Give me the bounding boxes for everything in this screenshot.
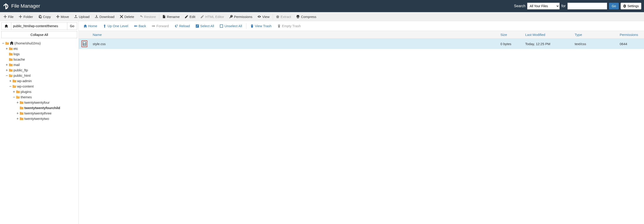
pencil-icon <box>185 15 188 18</box>
ct-home-button[interactable]: Home <box>81 22 100 30</box>
tree-node-logs[interactable]: +logs <box>2 51 77 57</box>
col-modified[interactable]: Last Modified <box>522 31 572 39</box>
check-icon <box>196 24 199 28</box>
tree-node-public-ftp[interactable]: +public_ftp <box>2 67 77 73</box>
x-icon <box>120 15 123 18</box>
file-highlight-box <box>82 40 87 47</box>
search-input[interactable] <box>568 3 607 9</box>
app-header: File Manager Search All Your Files for G… <box>0 0 644 12</box>
ct-view-trash-button[interactable]: View Trash <box>248 22 274 30</box>
search-label: Search <box>514 4 526 8</box>
settings-button[interactable]: Settings <box>620 3 641 9</box>
folder-icon <box>9 63 12 66</box>
arrow-right-icon <box>152 24 155 28</box>
edit-button[interactable]: Edit <box>182 12 198 21</box>
tree-node-root[interactable]: −(/home/shu02ms) <box>2 40 77 46</box>
app-title: File Manager <box>11 3 40 9</box>
extract-button[interactable]: Extract <box>274 12 294 21</box>
file-name: style.css <box>93 42 106 46</box>
tree-node-plugins[interactable]: +plugins <box>2 89 77 94</box>
key-icon <box>230 15 233 18</box>
trash-icon <box>278 24 280 28</box>
ct-empty-trash-button[interactable]: Empty Trash <box>275 22 304 30</box>
folder-icon <box>20 106 24 109</box>
view-button[interactable]: View <box>255 12 272 21</box>
folder-open-icon <box>6 41 9 45</box>
home-icon <box>10 41 14 45</box>
sidebar-home-button[interactable] <box>1 22 11 30</box>
download-icon <box>95 15 98 18</box>
folder-icon <box>20 112 24 115</box>
search-scope-select[interactable]: All Your Files <box>527 3 560 9</box>
home-icon <box>84 24 87 28</box>
compress-button[interactable]: Compress <box>294 12 319 21</box>
tree-node-mail[interactable]: +mail <box>2 62 77 67</box>
path-go-button[interactable]: Go <box>67 22 77 30</box>
restore-button[interactable]: Restore <box>137 12 159 21</box>
col-name[interactable]: Name <box>90 31 498 39</box>
tree-node-lscache[interactable]: +lscache <box>2 57 77 62</box>
file-icon <box>162 15 166 18</box>
tree-node-wp-admin[interactable]: +wp-admin <box>2 78 77 84</box>
delete-button[interactable]: Delete <box>117 12 137 21</box>
ct-up-button[interactable]: Up One Level <box>100 22 131 30</box>
path-input[interactable] <box>11 22 67 30</box>
undo-icon <box>140 15 143 18</box>
arrow-up-icon <box>103 24 106 28</box>
ct-forward-button[interactable]: Forward <box>149 22 172 30</box>
folder-open-icon <box>16 95 20 99</box>
html-editor-button[interactable]: HTML Editor <box>198 12 227 21</box>
copy-icon <box>38 15 42 18</box>
table-row[interactable]: style.css 0 bytes Today, 12:25 PM text/c… <box>79 39 644 49</box>
content-toolbar-separator <box>246 23 246 29</box>
folder-icon <box>9 58 12 61</box>
move-button[interactable]: Move <box>54 12 72 21</box>
tree-node-twentytwentythree[interactable]: +twentytwentythree <box>2 111 77 116</box>
collapse-all-button[interactable]: Collapse All <box>1 31 77 38</box>
folder-icon <box>20 117 24 120</box>
eye-icon <box>258 15 261 18</box>
permissions-button[interactable]: Permissions <box>227 12 255 21</box>
main-toolbar: File Folder Copy Move Upload Download De… <box>0 12 644 21</box>
col-permissions[interactable]: Permissions <box>617 31 644 39</box>
ct-unselect-all-button[interactable]: Unselect All <box>217 22 244 30</box>
file-type: text/css <box>572 39 617 49</box>
content-toolbar: Home Up One Level Back Forward Reload Se… <box>79 21 644 31</box>
plus-icon <box>4 15 7 18</box>
reload-icon <box>174 24 178 28</box>
file-permissions: 0644 <box>617 39 644 49</box>
ct-back-button[interactable]: Back <box>132 22 149 30</box>
download-button[interactable]: Download <box>92 12 117 21</box>
folder-icon <box>16 90 20 93</box>
ct-select-all-button[interactable]: Select All <box>193 22 217 30</box>
search-for-label: for <box>562 4 566 8</box>
folder-icon <box>9 47 12 50</box>
pencil-icon <box>201 15 204 18</box>
content-panel: Home Up One Level Back Forward Reload Se… <box>79 21 644 224</box>
tree-node-public-html[interactable]: −public_html <box>2 73 77 78</box>
ct-reload-button[interactable]: Reload <box>172 22 192 30</box>
folder-icon <box>20 101 24 104</box>
folder-tree: −(/home/shu02ms) +etc +logs +lscache +ma… <box>0 39 78 224</box>
search-go-button[interactable]: Go <box>609 3 619 9</box>
new-folder-button[interactable]: Folder <box>16 12 36 21</box>
tree-node-themes[interactable]: −themes <box>2 94 77 100</box>
tree-node-twentytwentyfour[interactable]: +twentytwentyfour <box>2 100 77 105</box>
tree-node-etc[interactable]: +etc <box>2 46 77 51</box>
cpanel-logo-icon <box>3 3 9 9</box>
new-file-button[interactable]: File <box>1 12 16 21</box>
tree-node-wp-content[interactable]: −wp-content <box>2 84 77 89</box>
col-size[interactable]: Size <box>498 31 522 39</box>
rename-button[interactable]: Rename <box>160 12 182 21</box>
col-type[interactable]: Type <box>572 31 617 39</box>
tree-node-twentytwentytwo[interactable]: +twentytwentytwo <box>2 116 77 121</box>
code-file-icon <box>82 41 86 46</box>
upload-button[interactable]: Upload <box>72 12 92 21</box>
tree-node-twentytwentyfourchild[interactable]: +twentytwentyfourchild <box>2 105 77 111</box>
folder-icon <box>12 79 16 82</box>
home-icon <box>5 24 8 28</box>
extract-icon <box>276 15 279 18</box>
col-icon[interactable] <box>79 31 90 39</box>
sidebar: Go Collapse All −(/home/shu02ms) +etc +l… <box>0 21 79 224</box>
copy-button[interactable]: Copy <box>36 12 54 21</box>
